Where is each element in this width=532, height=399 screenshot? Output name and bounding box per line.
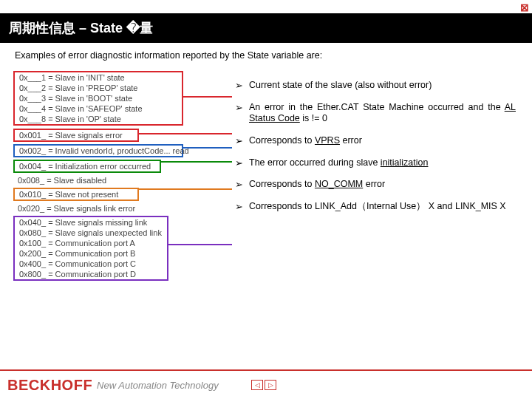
link-row: 0x200_ = Communication port B [15,248,167,259]
bullet-arrow-icon: ➢ [235,201,243,212]
connector [168,244,232,245]
bullet-arrow-icon: ➢ [235,135,243,146]
brand-logo: BECKHOFF [7,377,92,394]
states-box: 0x___1 = Slave in 'INIT' state 0x___2 = … [13,71,183,126]
err-init-box: 0x004_ = Initialization error occurred [13,160,161,173]
bullet-text: Corresponds to LINK_Add（Internal Use） X … [249,201,516,213]
intro-text: Examples of error diagnostic information… [15,50,522,61]
err-row: 0x002_ = Invalid vendorId, productCode..… [15,146,182,156]
link-row: 0x100_ = Communication port A [15,238,167,248]
bullet-arrow-icon: ➢ [235,157,243,168]
connector [161,161,232,163]
connector [139,188,232,190]
link-row: 0x080_ = Slave signals unexpected link [15,228,167,238]
state-row: 0x___3 = Slave in 'BOOT' state [15,93,182,103]
left-column: 0x___1 = Slave in 'INIT' state 0x___2 = … [13,66,183,281]
err-row: 0x004_ = Initialization error occurred [15,161,160,171]
link-error: 0x020_ = Slave signals link error [13,203,183,214]
next-button[interactable]: ▷ [265,380,276,390]
bullet-text: The error occurred during slave initiali… [249,157,516,169]
state-row: 0x___2 = Slave in 'PREOP' state [15,83,182,93]
connector [139,133,232,134]
link-group-box: 0x040_ = Slave signals missing link 0x08… [13,216,168,281]
bullet-text: Corresponds to NO_COMM error [249,179,516,191]
bullet-item: ➢ Corresponds to NO_COMM error [235,179,516,191]
bullet-item: ➢ An error in the Ether.CAT State Machin… [235,102,516,125]
link-row: 0x800_ = Communication port D [15,269,167,279]
right-column: ➢ Current state of the slave (also witho… [235,80,516,222]
slide-title: 周期性信息 – State �量 [0,13,532,43]
brand-tagline: New Automation Technology [97,380,219,391]
content-area: 0x___1 = Slave in 'INIT' state 0x___2 = … [0,66,532,310]
close-icon[interactable]: ⊠ [520,1,529,13]
bullet-item: ➢ Corresponds to LINK_Add（Internal Use） … [235,201,516,213]
bullet-item: ➢ Corresponds to VPRS error [235,135,516,147]
err-signals-box: 0x001_ = Slave signals error [13,129,139,142]
state-row: 0x___1 = Slave in 'INIT' state [15,72,182,83]
bullet-text: Corresponds to VPRS error [249,135,516,147]
prev-button[interactable]: ◁ [251,380,263,390]
connector [183,147,232,149]
slide-nav: ◁ ▷ [251,380,276,390]
bullet-arrow-icon: ➢ [235,179,243,190]
err-vendor-box: 0x002_ = Invalid vendorId, productCode..… [13,144,183,157]
bullet-item: ➢ The error occurred during slave initia… [235,157,516,169]
link-row: 0x040_ = Slave signals missing link [15,217,167,228]
bullet-item: ➢ Current state of the slave (also witho… [235,80,516,92]
connector [183,96,232,98]
bullet-text: An error in the Ether.CAT State Machine … [249,102,516,125]
err-row: 0x010_ = Slave not present [15,189,137,200]
bullet-text: Current state of the slave (also without… [249,80,516,92]
not-present-box: 0x010_ = Slave not present [13,188,139,201]
err-row: 0x001_ = Slave signals error [15,130,137,140]
slave-disabled: 0x008_ = Slave disabled [13,175,183,185]
bullet-arrow-icon: ➢ [235,102,243,113]
state-row: 0x___4 = Slave in 'SAFEOP' state [15,103,182,114]
state-row: 0x___8 = Slave in 'OP' state [15,114,182,124]
link-row: 0x400_ = Communication port C [15,259,167,269]
bullet-arrow-icon: ➢ [235,80,243,91]
